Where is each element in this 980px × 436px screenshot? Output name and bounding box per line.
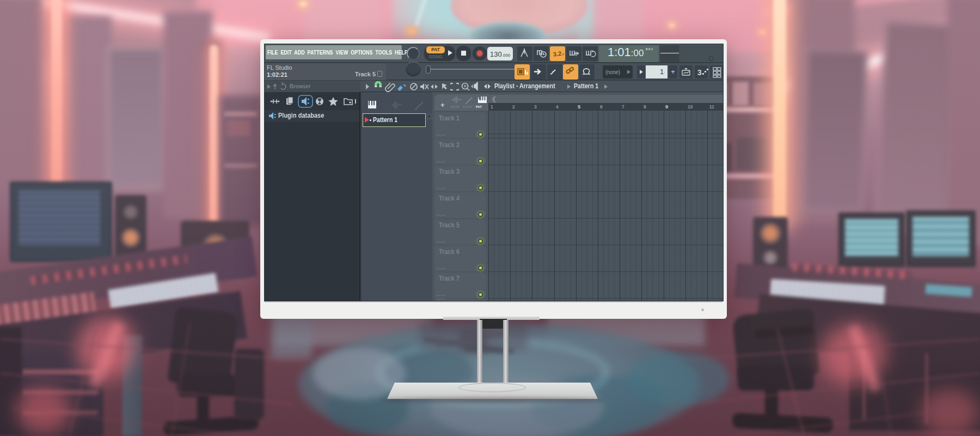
svg-text:4: 4	[562, 52, 564, 56]
svg-text:3.2: 3.2	[553, 50, 562, 58]
svg-text:3: 3	[697, 68, 702, 77]
